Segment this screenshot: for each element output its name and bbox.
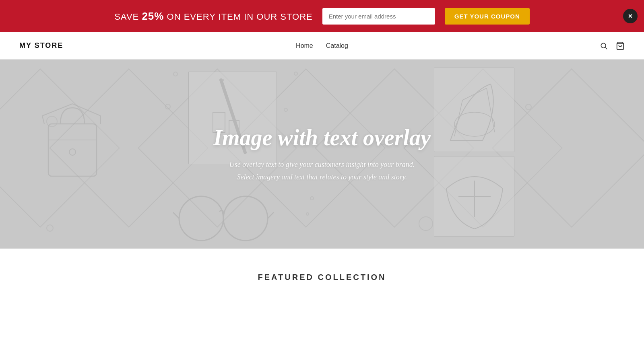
hero-subtitle-line1: Use overlay text to give your customers … [229, 160, 415, 169]
svg-line-20 [72, 104, 101, 116]
svg-point-7 [454, 112, 495, 136]
glasses-decoration [173, 188, 274, 249]
cart-icon [616, 41, 625, 50]
hero-subtitle-line2: Select imagery and text that relates to … [237, 173, 407, 181]
promo-content: SAVE 25% ON EVERY ITEM IN OUR STORE GET … [24, 8, 620, 25]
hero-subtitle: Use overlay text to give your customers … [213, 158, 431, 183]
store-logo[interactable]: MY STORE [19, 41, 63, 50]
hero-section: Image with text overlay Use overlay text… [0, 60, 644, 249]
search-icon [600, 42, 608, 50]
circle-deco [306, 212, 309, 216]
promo-discount: 25% [142, 10, 164, 22]
promo-text: SAVE 25% ON EVERY ITEM IN OUR STORE [114, 10, 313, 23]
nav-links: Home Catalog [296, 42, 348, 49]
hero-title: Image with text overlay [213, 125, 431, 150]
get-coupon-button[interactable]: GET YOUR COUPON [445, 8, 530, 25]
circle-deco [173, 72, 178, 76]
circle-deco [165, 104, 171, 109]
svg-line-13 [173, 212, 179, 218]
bag-decoration [40, 100, 105, 182]
circle-deco [525, 104, 532, 110]
close-icon: × [628, 12, 633, 20]
featured-section: FEATURED COLLECTION [0, 249, 644, 298]
nav-link-home[interactable]: Home [296, 42, 313, 49]
svg-point-17 [69, 149, 76, 155]
hero-overlay: Image with text overlay Use overlay text… [197, 125, 447, 183]
svg-line-18 [42, 116, 44, 124]
nav-item-catalog[interactable]: Catalog [326, 42, 348, 49]
featured-collection-title: FEATURED COLLECTION [19, 273, 625, 282]
svg-point-11 [223, 196, 268, 241]
promo-suffix: ON EVERY ITEM IN OUR STORE [164, 12, 312, 22]
nav-link-catalog[interactable]: Catalog [326, 42, 348, 49]
svg-point-0 [601, 43, 606, 48]
circle-deco [294, 72, 298, 76]
svg-rect-15 [48, 124, 97, 176]
svg-line-14 [268, 212, 274, 218]
close-banner-button[interactable]: × [623, 9, 638, 23]
circle-deco [284, 108, 288, 112]
promo-prefix: SAVE [114, 12, 142, 22]
email-input[interactable] [322, 8, 435, 25]
circle-deco [46, 224, 54, 232]
nav-actions [600, 41, 625, 50]
circle-deco [46, 116, 58, 127]
promo-banner: SAVE 25% ON EVERY ITEM IN OUR STORE GET … [0, 0, 644, 32]
nav-item-home[interactable]: Home [296, 42, 313, 49]
svg-line-1 [605, 47, 607, 49]
navbar: MY STORE Home Catalog [0, 32, 644, 60]
svg-line-19 [42, 104, 72, 116]
circle-deco [310, 196, 314, 200]
search-button[interactable] [600, 42, 608, 50]
svg-point-10 [179, 196, 223, 241]
cart-button[interactable] [616, 41, 625, 50]
circle-deco [419, 216, 433, 231]
